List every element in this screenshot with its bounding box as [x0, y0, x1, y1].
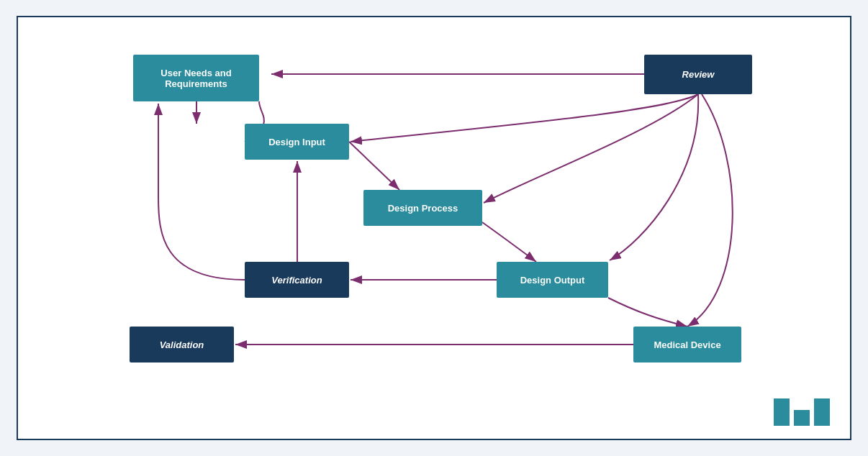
user-needs-box: User Needs and Requirements — [133, 55, 259, 101]
medical-device-box: Medical Device — [633, 327, 741, 362]
review-box: Review — [644, 55, 752, 94]
diagram-card: User Needs and Requirements Review Desig… — [17, 16, 851, 440]
logo-block-3 — [814, 398, 830, 426]
design-process-box: Design Process — [363, 190, 482, 226]
design-input-box: Design Input — [245, 124, 349, 160]
validation-box: Validation — [130, 327, 234, 362]
logo-block-1 — [774, 398, 790, 426]
design-output-box: Design Output — [497, 262, 608, 298]
logo-block-2 — [794, 410, 810, 426]
verification-box: Verification — [245, 262, 349, 298]
logo — [774, 398, 830, 426]
